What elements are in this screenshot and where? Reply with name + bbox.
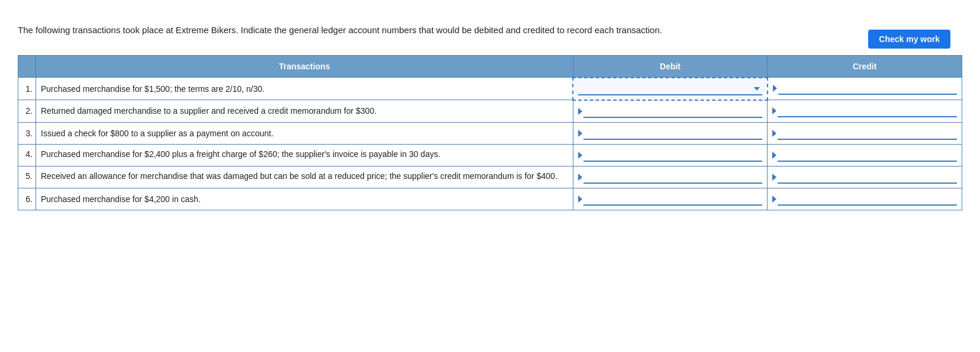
row-num-2: 2. <box>18 100 36 123</box>
row-debit-2[interactable] <box>573 100 768 123</box>
row-credit-6[interactable] <box>768 188 962 210</box>
row-credit-2[interactable] <box>768 100 962 123</box>
debit-input-4[interactable] <box>584 149 763 162</box>
credit-input-1[interactable] <box>778 82 957 95</box>
table-row: 1. Purchased merchandise for $1,500; the… <box>18 78 962 100</box>
debit-input-6[interactable] <box>584 193 763 206</box>
debit-input-1[interactable] <box>578 82 762 95</box>
row-transaction-1: Purchased merchandise for $1,500; the te… <box>36 78 573 100</box>
row-credit-3[interactable] <box>768 122 962 144</box>
credit-input-2[interactable] <box>778 104 957 117</box>
col-header-debit: Debit <box>573 55 768 78</box>
transactions-table: Transactions Debit Credit 1. Purchased m… <box>18 55 962 210</box>
col-header-credit: Credit <box>768 55 962 78</box>
check-my-work-button[interactable]: Check my work <box>868 30 950 49</box>
row-num-4: 4. <box>18 144 36 166</box>
credit-arrow-2 <box>772 107 776 114</box>
table-row: 5. Received an allowance for merchandise… <box>18 166 962 188</box>
debit-arrow-4 <box>578 152 582 159</box>
table-row: 4. Purchased merchandise for $2,400 plus… <box>18 144 962 166</box>
debit-input-2[interactable] <box>584 105 763 118</box>
row-num-5: 5. <box>18 166 36 188</box>
row-credit-1[interactable] <box>768 78 962 100</box>
table-row: 3. Issued a check for $800 to a supplier… <box>18 122 962 144</box>
row-debit-1[interactable] <box>573 78 768 100</box>
credit-arrow-6 <box>772 196 776 203</box>
row-debit-6[interactable] <box>573 188 768 210</box>
debit-arrow-6 <box>578 196 582 203</box>
credit-input-6[interactable] <box>778 193 957 206</box>
debit-dropdown-arrow-1[interactable] <box>754 87 760 91</box>
credit-arrow-1 <box>773 85 777 92</box>
credit-input-3[interactable] <box>778 127 957 140</box>
row-transaction-3: Issued a check for $800 to a supplier as… <box>36 122 573 144</box>
credit-arrow-4 <box>772 152 776 159</box>
row-num-3: 3. <box>18 122 36 144</box>
debit-input-3[interactable] <box>584 127 763 140</box>
transactions-table-wrapper: Transactions Debit Credit 1. Purchased m… <box>18 55 962 210</box>
credit-arrow-3 <box>772 130 776 137</box>
row-transaction-5: Received an allowance for merchandise th… <box>36 166 573 188</box>
col-header-transactions: Transactions <box>36 55 573 78</box>
row-credit-4[interactable] <box>768 144 962 166</box>
debit-arrow-3 <box>578 130 582 137</box>
table-row: 6. Purchased merchandise for $4,200 in c… <box>18 188 962 210</box>
row-transaction-4: Purchased merchandise for $2,400 plus a … <box>36 144 573 166</box>
row-credit-5[interactable] <box>768 166 962 188</box>
table-row: 2. Returned damaged merchandise to a sup… <box>18 100 962 123</box>
row-num-1: 1. <box>18 78 36 100</box>
credit-input-5[interactable] <box>778 171 957 184</box>
intro-paragraph: The following transactions took place at… <box>18 24 669 37</box>
col-header-num <box>18 55 36 78</box>
row-transaction-6: Purchased merchandise for $4,200 in cash… <box>36 188 573 210</box>
credit-input-4[interactable] <box>778 149 957 162</box>
row-transaction-2: Returned damaged merchandise to a suppli… <box>36 100 573 123</box>
row-debit-4[interactable] <box>573 144 768 166</box>
debit-arrow-2 <box>578 108 582 115</box>
row-debit-5[interactable] <box>573 166 768 188</box>
row-debit-3[interactable] <box>573 122 768 144</box>
row-num-6: 6. <box>18 188 36 210</box>
credit-arrow-5 <box>772 174 776 181</box>
debit-input-5[interactable] <box>584 171 763 184</box>
debit-arrow-5 <box>578 174 582 181</box>
